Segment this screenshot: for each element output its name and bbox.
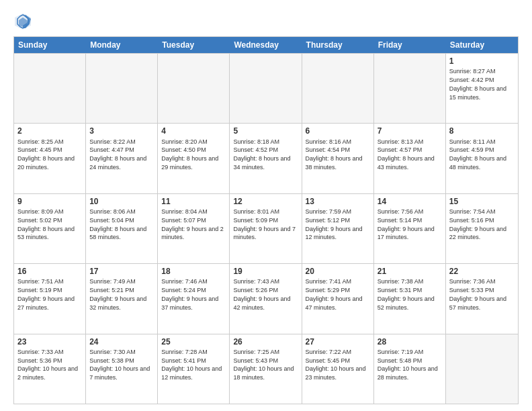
day-number: 6 xyxy=(306,126,370,136)
calendar-cell: 25Sunrise: 7:28 AMSunset: 5:41 PMDayligh… xyxy=(158,334,230,404)
sun-info: Sunrise: 7:46 AMSunset: 5:24 PMDaylight:… xyxy=(161,278,218,310)
sun-info: Sunrise: 7:41 AMSunset: 5:29 PMDaylight:… xyxy=(306,278,363,310)
day-number: 20 xyxy=(306,266,370,277)
calendar-cell: 17Sunrise: 7:49 AMSunset: 5:21 PMDayligh… xyxy=(86,264,158,333)
header-day-wednesday: Wednesday xyxy=(230,37,302,53)
calendar-body: 1Sunrise: 8:27 AMSunset: 4:42 PMDaylight… xyxy=(14,53,518,404)
calendar-row-3: 9Sunrise: 8:09 AMSunset: 5:02 PMDaylight… xyxy=(14,193,518,263)
sun-info: Sunrise: 7:49 AMSunset: 5:21 PMDaylight:… xyxy=(89,278,146,310)
calendar-cell: 26Sunrise: 7:25 AMSunset: 5:43 PMDayligh… xyxy=(230,334,302,404)
header-day-saturday: Saturday xyxy=(446,37,518,53)
sun-info: Sunrise: 7:33 AMSunset: 5:36 PMDaylight:… xyxy=(17,349,78,381)
day-number: 3 xyxy=(89,126,154,136)
logo-icon xyxy=(13,12,32,31)
calendar-cell xyxy=(374,54,446,123)
header-day-friday: Friday xyxy=(374,37,446,53)
calendar-row-5: 23Sunrise: 7:33 AMSunset: 5:36 PMDayligh… xyxy=(14,334,518,404)
sun-info: Sunrise: 7:38 AMSunset: 5:31 PMDaylight:… xyxy=(378,278,435,310)
calendar-cell: 20Sunrise: 7:41 AMSunset: 5:29 PMDayligh… xyxy=(302,264,374,333)
day-number: 14 xyxy=(378,196,442,207)
sun-info: Sunrise: 7:59 AMSunset: 5:12 PMDaylight:… xyxy=(306,208,363,240)
day-number: 18 xyxy=(161,266,226,277)
sun-info: Sunrise: 8:16 AMSunset: 4:54 PMDaylight:… xyxy=(306,138,363,171)
day-number: 25 xyxy=(161,336,226,347)
calendar-cell: 14Sunrise: 7:56 AMSunset: 5:14 PMDayligh… xyxy=(374,194,446,263)
sun-info: Sunrise: 7:54 AMSunset: 5:16 PMDaylight:… xyxy=(449,208,506,240)
day-number: 12 xyxy=(233,196,298,207)
calendar-cell: 21Sunrise: 7:38 AMSunset: 5:31 PMDayligh… xyxy=(374,264,446,333)
day-number: 22 xyxy=(449,266,515,277)
calendar-cell: 4Sunrise: 8:20 AMSunset: 4:50 PMDaylight… xyxy=(158,124,230,193)
header-day-monday: Monday xyxy=(86,37,158,53)
calendar-cell: 7Sunrise: 8:13 AMSunset: 4:57 PMDaylight… xyxy=(374,124,446,193)
sun-info: Sunrise: 8:27 AMSunset: 4:42 PMDaylight:… xyxy=(449,68,506,100)
sun-info: Sunrise: 7:30 AMSunset: 5:38 PMDaylight:… xyxy=(89,349,150,381)
calendar-cell: 1Sunrise: 8:27 AMSunset: 4:42 PMDaylight… xyxy=(446,54,518,123)
day-number: 27 xyxy=(306,336,370,347)
sun-info: Sunrise: 8:11 AMSunset: 4:59 PMDaylight:… xyxy=(449,138,506,171)
calendar-header: SundayMondayTuesdayWednesdayThursdayFrid… xyxy=(14,37,518,53)
header xyxy=(13,12,519,31)
calendar-cell: 9Sunrise: 8:09 AMSunset: 5:02 PMDaylight… xyxy=(14,194,86,263)
calendar-cell: 12Sunrise: 8:01 AMSunset: 5:09 PMDayligh… xyxy=(230,194,302,263)
calendar-row-2: 2Sunrise: 8:25 AMSunset: 4:45 PMDaylight… xyxy=(14,123,518,193)
day-number: 5 xyxy=(233,126,298,136)
calendar-cell: 16Sunrise: 7:51 AMSunset: 5:19 PMDayligh… xyxy=(14,264,86,333)
day-number: 7 xyxy=(378,126,442,136)
logo xyxy=(13,12,35,31)
header-day-thursday: Thursday xyxy=(302,37,374,53)
sun-info: Sunrise: 8:01 AMSunset: 5:09 PMDaylight:… xyxy=(233,208,296,240)
header-day-tuesday: Tuesday xyxy=(158,37,230,53)
sun-info: Sunrise: 8:04 AMSunset: 5:07 PMDaylight:… xyxy=(161,208,224,240)
sun-info: Sunrise: 7:25 AMSunset: 5:43 PMDaylight:… xyxy=(233,349,294,381)
calendar-cell: 11Sunrise: 8:04 AMSunset: 5:07 PMDayligh… xyxy=(158,194,230,263)
header-day-sunday: Sunday xyxy=(14,37,86,53)
calendar-cell: 5Sunrise: 8:18 AMSunset: 4:52 PMDaylight… xyxy=(230,124,302,193)
calendar-cell: 24Sunrise: 7:30 AMSunset: 5:38 PMDayligh… xyxy=(86,334,158,404)
sun-info: Sunrise: 7:19 AMSunset: 5:48 PMDaylight:… xyxy=(378,349,438,381)
sun-info: Sunrise: 7:56 AMSunset: 5:14 PMDaylight:… xyxy=(378,208,435,240)
calendar-cell: 3Sunrise: 8:22 AMSunset: 4:47 PMDaylight… xyxy=(86,124,158,193)
sun-info: Sunrise: 8:18 AMSunset: 4:52 PMDaylight:… xyxy=(233,138,290,171)
day-number: 21 xyxy=(378,266,442,277)
day-number: 10 xyxy=(89,196,154,207)
day-number: 9 xyxy=(17,196,82,207)
sun-info: Sunrise: 7:36 AMSunset: 5:33 PMDaylight:… xyxy=(449,278,506,310)
sun-info: Sunrise: 8:06 AMSunset: 5:04 PMDaylight:… xyxy=(89,208,146,240)
day-number: 15 xyxy=(449,196,515,207)
calendar-cell xyxy=(302,54,374,123)
sun-info: Sunrise: 8:13 AMSunset: 4:57 PMDaylight:… xyxy=(378,138,435,171)
day-number: 1 xyxy=(449,56,515,66)
page: SundayMondayTuesdayWednesdayThursdayFrid… xyxy=(0,0,532,411)
day-number: 24 xyxy=(89,336,154,347)
sun-info: Sunrise: 7:51 AMSunset: 5:19 PMDaylight:… xyxy=(17,278,75,310)
calendar-row-1: 1Sunrise: 8:27 AMSunset: 4:42 PMDaylight… xyxy=(14,53,518,123)
calendar-cell: 8Sunrise: 8:11 AMSunset: 4:59 PMDaylight… xyxy=(446,124,518,193)
calendar-cell: 18Sunrise: 7:46 AMSunset: 5:24 PMDayligh… xyxy=(158,264,230,333)
day-number: 8 xyxy=(449,126,515,136)
day-number: 16 xyxy=(17,266,82,277)
day-number: 17 xyxy=(89,266,154,277)
sun-info: Sunrise: 7:43 AMSunset: 5:26 PMDaylight:… xyxy=(233,278,290,310)
sun-info: Sunrise: 7:28 AMSunset: 5:41 PMDaylight:… xyxy=(161,349,222,381)
calendar-cell: 13Sunrise: 7:59 AMSunset: 5:12 PMDayligh… xyxy=(302,194,374,263)
calendar-cell: 19Sunrise: 7:43 AMSunset: 5:26 PMDayligh… xyxy=(230,264,302,333)
calendar-cell: 15Sunrise: 7:54 AMSunset: 5:16 PMDayligh… xyxy=(446,194,518,263)
sun-info: Sunrise: 8:09 AMSunset: 5:02 PMDaylight:… xyxy=(17,208,75,240)
day-number: 28 xyxy=(378,336,442,347)
calendar-cell: 28Sunrise: 7:19 AMSunset: 5:48 PMDayligh… xyxy=(374,334,446,404)
day-number: 11 xyxy=(161,196,226,207)
calendar-cell: 10Sunrise: 8:06 AMSunset: 5:04 PMDayligh… xyxy=(86,194,158,263)
day-number: 26 xyxy=(233,336,298,347)
day-number: 2 xyxy=(17,126,82,136)
day-number: 4 xyxy=(161,126,226,136)
calendar-cell: 22Sunrise: 7:36 AMSunset: 5:33 PMDayligh… xyxy=(446,264,518,333)
calendar-cell: 6Sunrise: 8:16 AMSunset: 4:54 PMDaylight… xyxy=(302,124,374,193)
calendar-cell: 27Sunrise: 7:22 AMSunset: 5:45 PMDayligh… xyxy=(302,334,374,404)
calendar-cell xyxy=(158,54,230,123)
sun-info: Sunrise: 8:20 AMSunset: 4:50 PMDaylight:… xyxy=(161,138,218,171)
calendar-cell xyxy=(86,54,158,123)
calendar-cell: 23Sunrise: 7:33 AMSunset: 5:36 PMDayligh… xyxy=(14,334,86,404)
sun-info: Sunrise: 8:25 AMSunset: 4:45 PMDaylight:… xyxy=(17,138,75,171)
calendar-cell xyxy=(230,54,302,123)
